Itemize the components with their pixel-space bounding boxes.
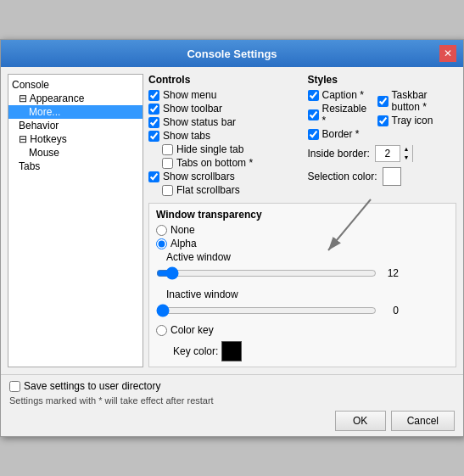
show-toolbar-checkbox[interactable] <box>148 104 159 115</box>
caption-row: Caption * <box>308 89 367 101</box>
sidebar-item-hotkeys[interactable]: ⊟ Hotkeys <box>8 132 143 146</box>
spinner-down-button[interactable]: ▼ <box>400 154 412 162</box>
controls-styles-row: Controls Show menu Show toolbar Show sta… <box>148 74 456 198</box>
show-menu-checkbox[interactable] <box>148 90 159 101</box>
show-toolbar-label: Show toolbar <box>163 103 222 115</box>
inside-border-spinner: ▲ ▼ <box>375 145 413 162</box>
save-settings-row: Save settings to user directory <box>9 380 455 392</box>
selection-color-swatch[interactable] <box>383 167 401 186</box>
inactive-window-value: 0 <box>382 305 399 316</box>
tabs-on-bottom-label: Tabs on bottom * <box>176 157 253 169</box>
resizable-label: Resizable * <box>322 103 367 126</box>
button-row: OK Cancel <box>9 411 455 431</box>
close-button[interactable]: ✕ <box>439 45 456 62</box>
flat-scrollbars-label: Flat scrollbars <box>176 184 240 196</box>
inactive-window-slider-row: 0 <box>156 302 449 319</box>
ok-button[interactable]: OK <box>335 411 386 431</box>
window-title: Console Settings <box>25 48 439 60</box>
show-scrollbars-checkbox[interactable] <box>148 171 159 182</box>
tray-icon-row: Tray icon <box>377 115 456 126</box>
border-checkbox[interactable] <box>308 129 319 140</box>
flat-scrollbars-row: Flat scrollbars <box>148 184 298 196</box>
controls-title: Controls <box>148 74 298 86</box>
tabs-on-bottom-row: Tabs on bottom * <box>148 157 298 169</box>
active-window-slider[interactable] <box>156 265 377 282</box>
show-scrollbars-row: Show scrollbars <box>148 171 298 182</box>
key-color-swatch[interactable] <box>221 341 242 361</box>
inactive-window-label: Inactive window <box>166 288 449 300</box>
none-radio[interactable] <box>156 225 167 236</box>
cancel-button[interactable]: Cancel <box>391 411 455 431</box>
hide-single-tab-row: Hide single tab <box>148 143 298 155</box>
tray-icon-label: Tray icon <box>392 115 433 126</box>
save-settings-checkbox[interactable] <box>9 381 20 392</box>
border-label: Border * <box>322 128 360 140</box>
resizable-row: Resizable * <box>308 103 367 126</box>
console-settings-window: Console Settings ✕ Console ⊟ Appearance … <box>0 39 464 437</box>
alpha-radio[interactable] <box>156 238 167 249</box>
show-scrollbars-label: Show scrollbars <box>163 171 235 182</box>
tabs-on-bottom-checkbox[interactable] <box>162 158 173 169</box>
tray-icon-checkbox[interactable] <box>377 115 389 126</box>
bottom-area: Save settings to user directory Settings… <box>1 374 463 436</box>
hide-single-tab-checkbox[interactable] <box>162 144 173 155</box>
sidebar-item-behavior[interactable]: Behavior <box>8 119 143 132</box>
caption-checkbox[interactable] <box>308 90 319 101</box>
key-color-row: Key color: <box>156 341 449 361</box>
resizable-checkbox[interactable] <box>308 109 319 120</box>
active-window-label: Active window <box>166 251 449 263</box>
restart-note: Settings marked with * will take effect … <box>9 395 455 406</box>
spinner-buttons: ▲ ▼ <box>400 145 412 162</box>
save-settings-label: Save settings to user directory <box>24 380 160 392</box>
none-radio-row: None <box>156 224 449 236</box>
main-panel: Controls Show menu Show toolbar Show sta… <box>148 74 456 367</box>
show-status-bar-checkbox[interactable] <box>148 117 159 128</box>
show-tabs-checkbox[interactable] <box>148 131 159 142</box>
styles-title: Styles <box>308 74 457 86</box>
sidebar-item-tabs[interactable]: Tabs <box>8 160 143 173</box>
sidebar-item-console[interactable]: Console <box>8 78 143 92</box>
styles-col-right: Taskbar button * Tray icon <box>377 89 456 142</box>
sidebar-tree: Console ⊟ Appearance More... Behavior ⊟ … <box>8 74 143 367</box>
styles-section: Styles Caption * Resizable * <box>308 74 457 198</box>
transparency-title: Window transparency <box>156 209 449 221</box>
color-key-row: Color key <box>156 324 449 336</box>
show-tabs-row: Show tabs <box>148 130 298 142</box>
styles-checkboxes: Caption * Resizable * Border * <box>308 89 457 142</box>
selection-color-label: Selection color: <box>308 171 377 182</box>
show-tabs-label: Show tabs <box>163 130 210 142</box>
taskbar-button-label: Taskbar button * <box>392 89 456 113</box>
inside-border-label: Inside border: <box>308 148 370 160</box>
controls-section: Controls Show menu Show toolbar Show sta… <box>148 74 298 198</box>
sidebar-item-appearance[interactable]: ⊟ Appearance <box>8 92 143 105</box>
key-color-label: Key color: <box>173 345 218 357</box>
inactive-window-slider[interactable] <box>156 302 377 319</box>
content-area: Console ⊟ Appearance More... Behavior ⊟ … <box>1 67 463 374</box>
caption-label: Caption * <box>322 89 364 101</box>
transparency-section: Window transparency None Alpha Active wi… <box>148 203 456 367</box>
show-menu-label: Show menu <box>163 89 216 101</box>
spinner-up-button[interactable]: ▲ <box>400 145 412 154</box>
color-key-label: Color key <box>171 324 214 336</box>
taskbar-button-checkbox[interactable] <box>377 96 389 107</box>
inside-border-input[interactable] <box>376 148 400 160</box>
color-key-radio[interactable] <box>156 325 167 336</box>
sidebar-item-mouse[interactable]: Mouse <box>8 146 143 160</box>
hide-single-tab-label: Hide single tab <box>176 143 243 155</box>
show-status-bar-row: Show status bar <box>148 116 298 128</box>
none-label: None <box>171 224 195 236</box>
styles-col-left: Caption * Resizable * Border * <box>308 89 367 142</box>
alpha-label: Alpha <box>171 238 197 249</box>
flat-scrollbars-checkbox[interactable] <box>162 185 173 196</box>
sidebar-item-more[interactable]: More... <box>8 105 143 119</box>
alpha-radio-row: Alpha <box>156 238 449 249</box>
titlebar: Console Settings ✕ <box>1 40 463 67</box>
show-menu-row: Show menu <box>148 89 298 101</box>
active-window-value: 12 <box>382 267 399 279</box>
show-status-bar-label: Show status bar <box>163 116 236 128</box>
selection-color-row: Selection color: <box>308 167 457 186</box>
border-row: Border * <box>308 128 367 140</box>
active-window-slider-row: 12 <box>156 265 449 282</box>
taskbar-button-row: Taskbar button * <box>377 89 456 113</box>
show-toolbar-row: Show toolbar <box>148 103 298 115</box>
